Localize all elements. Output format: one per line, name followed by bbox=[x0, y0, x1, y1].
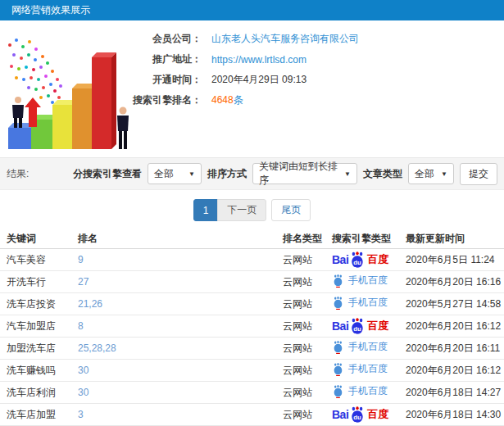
rank-cell[interactable]: 27 bbox=[71, 276, 276, 288]
rank-cell[interactable]: 30 bbox=[71, 365, 276, 376]
table-row: 开洗车行 27 云网站 Baidu百度 手机百度 2020年6月20日 16:1… bbox=[0, 271, 504, 293]
engine-cell: Baidu百度 手机百度 bbox=[325, 384, 401, 401]
keyword-cell: 洗车店投资 bbox=[0, 297, 71, 311]
engine-cell: Baidu百度 手机百度 bbox=[325, 362, 401, 378]
search-engine-logo: Baidu百度 手机百度 bbox=[332, 274, 388, 288]
baidu-paw-icon: du bbox=[349, 252, 366, 269]
page-title: 网络营销效果展示 bbox=[11, 4, 90, 16]
mobile-baidu-logo: 手机百度 bbox=[332, 296, 388, 310]
chevron-down-icon: ▼ bbox=[344, 170, 351, 178]
sort-label: 排序方式 bbox=[207, 167, 247, 181]
sort-select[interactable]: 关键词由短到长排序 ▼ bbox=[252, 163, 357, 184]
keyword-cell: 洗车店加盟 bbox=[0, 408, 71, 422]
keyword-cell: 汽车美容 bbox=[0, 253, 71, 267]
rank-cell[interactable]: 25,28,28 bbox=[71, 342, 276, 354]
mobile-baidu-logo: 手机百度 bbox=[332, 362, 388, 376]
rank-type-cell: 云网站 bbox=[276, 386, 325, 400]
rank-cell[interactable]: 21,26 bbox=[71, 298, 276, 310]
keyword-cell: 洗车赚钱吗 bbox=[0, 364, 71, 378]
baidu-logo: Baidu百度 bbox=[332, 406, 388, 424]
updated-cell: 2020年6月20日 16:11 bbox=[401, 342, 504, 356]
bar-chart-illustration bbox=[2, 22, 129, 156]
baidu-logo: Baidu百度 bbox=[332, 252, 388, 269]
mobile-baidu-paw-icon bbox=[332, 385, 344, 398]
results-filter-bar: 结果: 分搜索引擎查看 全部 ▼ 排序方式 关键词由短到长排序 ▼ 文章类型 全… bbox=[0, 157, 504, 190]
baidu-paw-icon: du bbox=[349, 318, 366, 335]
result-label: 结果: bbox=[7, 167, 29, 181]
engine-cell: Baidu百度 手机百度 bbox=[325, 274, 401, 290]
marketing-report-page: 网络营销效果展示 bbox=[0, 0, 504, 426]
engine-filter-select[interactable]: 全部 ▼ bbox=[148, 163, 202, 184]
submit-button[interactable]: 提交 bbox=[460, 163, 497, 185]
header-engine-type: 搜索引擎类型 bbox=[325, 232, 401, 246]
updated-cell: 2020年6月5日 11:24 bbox=[401, 253, 504, 267]
rank-cell[interactable]: 8 bbox=[71, 320, 276, 332]
businessman-right bbox=[117, 107, 129, 150]
mobile-baidu-logo: 手机百度 bbox=[332, 384, 388, 398]
engine-filter-value: 全部 bbox=[154, 167, 174, 181]
updated-cell: 2020年6月18日 14:27 bbox=[401, 386, 504, 400]
company-name-link[interactable]: 山东老人头汽车服务咨询有限公司 bbox=[211, 32, 359, 46]
updated-cell: 2020年6月20日 16:16 bbox=[401, 275, 504, 289]
baidu-logo: Baidu百度 bbox=[332, 318, 388, 335]
table-row: 洗车店加盟 3 云网站 Baidu百度 手机百度 2020年6月18日 14:3… bbox=[0, 404, 504, 426]
mobile-baidu-paw-icon bbox=[332, 341, 344, 354]
rank-type-cell: 云网站 bbox=[276, 408, 325, 422]
rank-type-cell: 云网站 bbox=[276, 320, 325, 333]
engine-cell: Baidu百度 手机百度 bbox=[325, 296, 401, 312]
search-engine-logo: Baidu百度 手机百度 bbox=[332, 296, 388, 310]
engine-cell: Baidu百度 手机百度 bbox=[325, 406, 401, 424]
info-row-url: 推广地址： https://www.lrtlsd.com bbox=[123, 49, 359, 70]
engine-rank-unit: 条 bbox=[234, 94, 243, 106]
open-time-label: 开通时间： bbox=[123, 73, 202, 87]
engine-rank-label: 搜索引擎排名： bbox=[123, 93, 202, 107]
rank-type-cell: 云网站 bbox=[276, 297, 325, 311]
keyword-cell: 汽车加盟店 bbox=[0, 320, 71, 333]
search-engine-logo: Baidu百度 手机百度 bbox=[332, 406, 388, 424]
company-info: 会员公司： 山东老人头汽车服务咨询有限公司 推广地址： https://www.… bbox=[123, 29, 359, 111]
updated-cell: 2020年5月27日 14:58 bbox=[401, 297, 504, 311]
open-time-value: 2020年4月29日 09:13 bbox=[211, 73, 306, 87]
table-row: 加盟洗车店 25,28,28 云网站 Baidu百度 手机百度 2020年6月2… bbox=[0, 338, 504, 360]
article-type-value: 全部 bbox=[415, 167, 434, 181]
rank-type-cell: 云网站 bbox=[276, 342, 325, 356]
pagination: 1 下一页 尾页 bbox=[0, 199, 504, 221]
table-row: 洗车赚钱吗 30 云网站 Baidu百度 手机百度 2020年6月20日 16:… bbox=[0, 360, 504, 382]
table-header-row: 关键词 排名 排名类型 搜索引擎类型 最新更新时间 bbox=[0, 229, 504, 249]
rank-type-cell: 云网站 bbox=[276, 253, 325, 267]
search-engine-logo: Baidu百度 手机百度 bbox=[332, 318, 388, 335]
mobile-baidu-paw-icon bbox=[332, 297, 344, 310]
svg-text:du: du bbox=[353, 325, 361, 333]
keyword-cell: 开洗车行 bbox=[0, 275, 71, 289]
search-engine-logo: Baidu百度 手机百度 bbox=[332, 362, 388, 376]
engine-cell: Baidu百度 手机百度 bbox=[325, 318, 401, 335]
article-type-select[interactable]: 全部 ▼ bbox=[408, 163, 454, 184]
header-rank: 排名 bbox=[71, 232, 276, 246]
rank-cell[interactable]: 9 bbox=[71, 254, 276, 265]
titlebar: 网络营销效果展示 bbox=[0, 0, 504, 20]
confetti-dots bbox=[8, 39, 62, 104]
info-row-company: 会员公司： 山东老人头汽车服务咨询有限公司 bbox=[123, 29, 359, 49]
rank-type-cell: 云网站 bbox=[276, 364, 325, 378]
info-row-open-time: 开通时间： 2020年4月29日 09:13 bbox=[123, 70, 359, 90]
mobile-baidu-paw-icon bbox=[332, 363, 344, 376]
next-page-button[interactable]: 下一页 bbox=[217, 199, 266, 221]
baidu-paw-icon: du bbox=[349, 406, 366, 424]
table-row: 洗车店利润 30 云网站 Baidu百度 手机百度 2020年6月18日 14:… bbox=[0, 382, 504, 404]
sort-value: 关键词由短到长排序 bbox=[259, 160, 338, 188]
header-keyword: 关键词 bbox=[0, 232, 71, 246]
mobile-baidu-logo: 手机百度 bbox=[332, 340, 388, 354]
table-row: 汽车美容 9 云网站 Baidu百度 手机百度 2020年6月5日 11:24 bbox=[0, 249, 504, 271]
updated-cell: 2020年6月20日 16:12 bbox=[401, 364, 504, 378]
rank-cell[interactable]: 30 bbox=[71, 387, 276, 398]
last-page-button[interactable]: 尾页 bbox=[271, 199, 311, 221]
page-button-current[interactable]: 1 bbox=[193, 199, 219, 221]
updated-cell: 2020年6月18日 14:30 bbox=[401, 408, 504, 422]
rank-cell[interactable]: 3 bbox=[71, 409, 276, 420]
promo-url-link[interactable]: https://www.lrtlsd.com bbox=[211, 54, 306, 66]
header-updated: 最新更新时间 bbox=[401, 232, 504, 246]
chevron-down-icon: ▼ bbox=[188, 170, 195, 178]
engine-rank-count: 4648 bbox=[211, 94, 234, 106]
keyword-cell: 加盟洗车店 bbox=[0, 342, 71, 356]
promo-url-label: 推广地址： bbox=[123, 52, 202, 66]
